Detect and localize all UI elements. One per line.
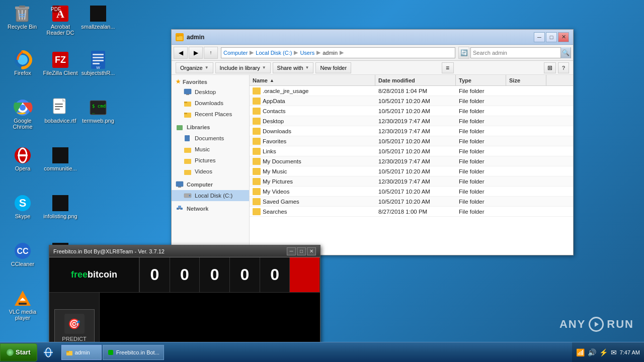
table-row[interactable]: Searches 8/27/2018 1:00 PM File folder — [250, 207, 573, 217]
refresh-button[interactable]: 🔄 — [458, 47, 469, 59]
col-header-date[interactable]: Date modified — [375, 75, 456, 85]
nav-item-recent[interactable]: Recent Places — [172, 109, 249, 120]
col-header-size[interactable]: Size — [506, 75, 546, 85]
table-row[interactable]: .oracle_jre_usage 8/28/2018 1:04 PM File… — [250, 86, 573, 96]
file-list-header: Name ▲ Date modified Type Size — [250, 75, 573, 86]
table-row[interactable]: Favorites 10/5/2017 10:20 AM File folder — [250, 136, 573, 146]
include-library-button[interactable]: Include in library ▼ — [215, 62, 271, 73]
videos-nav-icon — [184, 167, 192, 175]
search-input[interactable] — [471, 48, 560, 58]
network-header[interactable]: Network — [172, 203, 249, 214]
firefox-icon — [13, 50, 33, 70]
infolisting-icon — [50, 193, 70, 213]
systray-message-icon[interactable]: ✉ — [611, 348, 617, 356]
help-button[interactable]: ? — [558, 62, 569, 73]
table-row[interactable]: Contacts 10/5/2017 10:20 AM File folder — [250, 106, 573, 116]
nav-item-pictures[interactable]: Pictures — [172, 155, 249, 166]
desktop-icon-communities[interactable]: communitie... — [40, 143, 80, 173]
desktop-icon-smallzealan[interactable]: smallzealan... — [78, 2, 118, 32]
col-header-type[interactable]: Type — [456, 75, 506, 85]
taskbar-item-bot[interactable]: Freebitco.in Bot... — [103, 345, 164, 360]
desktop-icon-bobadvice[interactable]: bobadvice.rtf — [40, 96, 80, 126]
desktop-icon-filezilla[interactable]: FZ FileZilla Client — [40, 48, 80, 78]
back-button[interactable]: ◀ — [174, 47, 188, 59]
file-name: Searches — [263, 209, 287, 215]
start-button[interactable]: Start — [0, 343, 37, 361]
bot-minimize-button[interactable]: ─ — [287, 247, 296, 255]
table-row[interactable]: My Pictures 12/30/2019 7:47 AM File fold… — [250, 176, 573, 187]
ticker-cell-red — [290, 257, 320, 292]
bot-close-button[interactable]: ✕ — [307, 247, 316, 255]
forward-button[interactable]: ▶ — [189, 47, 203, 59]
nav-item-documents[interactable]: Documents — [172, 133, 249, 144]
desktop-icon-firefox[interactable]: Firefox — [3, 48, 43, 78]
table-row[interactable]: Links 10/5/2017 10:20 AM File folder — [250, 146, 573, 156]
favorites-header[interactable]: ★ Favorites — [172, 77, 249, 86]
desktop-icon-infolisting[interactable]: infolisting.png — [40, 191, 80, 221]
breadcrumb-users[interactable]: Users — [300, 50, 314, 56]
close-button[interactable]: ✕ — [558, 32, 569, 42]
computer-header[interactable]: Computer — [172, 179, 249, 190]
predict-button[interactable]: 🎯 PREDICT — [54, 309, 95, 346]
table-row[interactable]: Downloads 12/30/2019 7:47 AM File folder — [250, 126, 573, 136]
search-go-button[interactable]: 🔍 — [560, 47, 571, 58]
systray-battery-icon[interactable]: ⚡ — [599, 348, 608, 356]
table-row[interactable]: My Music 10/5/2017 10:20 AM File folder — [250, 166, 573, 176]
downloads-nav-icon — [184, 99, 192, 107]
desktop-icon-vlc[interactable]: VLC media player — [3, 287, 43, 323]
desktop-icon-skype[interactable]: S Skype — [3, 191, 43, 221]
view-toggle-button[interactable]: ⊞ — [544, 62, 556, 73]
taskbar-ie-icon[interactable] — [39, 345, 57, 360]
taskbar-right: 📶 🔊 ⚡ ✉ 7:47 AM — [572, 342, 644, 362]
up-button[interactable]: ↑ — [204, 47, 218, 59]
table-row[interactable]: My Documents 12/30/2019 7:47 AM File fol… — [250, 156, 573, 166]
minimize-button[interactable]: ─ — [534, 32, 545, 42]
organize-button[interactable]: Organize ▼ — [176, 62, 213, 73]
nav-item-videos[interactable]: Videos — [172, 166, 249, 177]
recent-nav-icon — [184, 110, 192, 118]
bot-maximize-button[interactable]: □ — [297, 247, 306, 255]
explorer-window: admin ─ □ ✕ ◀ ▶ ↑ Computer ▶ Local Disk … — [171, 29, 574, 255]
table-row[interactable]: Saved Games 10/5/2017 10:20 AM File fold… — [250, 197, 573, 207]
nav-item-desktop[interactable]: Desktop — [172, 86, 249, 98]
taskbar-item-explorer[interactable]: admin — [61, 345, 102, 360]
systray-network-icon[interactable]: 📶 — [576, 348, 585, 356]
new-folder-button[interactable]: New folder — [315, 62, 351, 73]
svg-rect-44 — [184, 89, 191, 94]
desktop-icon-chrome[interactable]: Google Chrome — [3, 96, 43, 132]
chrome-icon — [13, 98, 33, 118]
col-header-name[interactable]: Name ▲ — [250, 75, 375, 85]
share-with-button[interactable]: Share with ▼ — [273, 62, 314, 73]
table-row[interactable]: My Videos 10/5/2017 10:20 AM File folder — [250, 187, 573, 197]
desktop-icon-acrobat[interactable]: A PDF Acrobat Reader DC — [40, 2, 80, 38]
libraries-header[interactable]: Libraries — [172, 122, 249, 133]
nav-item-downloads[interactable]: Downloads — [172, 98, 249, 109]
file-type: File folder — [456, 189, 506, 195]
desktop-icon-subjects[interactable]: W subjectsthR... — [78, 48, 118, 78]
favorites-section: ★ Favorites Desktop Downloads — [172, 77, 249, 120]
table-row[interactable]: Desktop 12/30/2019 7:47 AM File folder — [250, 116, 573, 126]
termweb-icon: $ cmd _ — [88, 98, 108, 118]
desktop-icon-opera[interactable]: Opera — [3, 143, 43, 173]
svg-rect-55 — [176, 182, 183, 187]
table-row[interactable]: AppData 10/5/2017 10:20 AM File folder — [250, 96, 573, 106]
address-bar[interactable]: Computer ▶ Local Disk (C:) ▶ Users ▶ adm… — [221, 47, 455, 58]
breadcrumb-admin: admin — [323, 50, 338, 56]
breadcrumb: Computer ▶ Local Disk (C:) ▶ Users ▶ adm… — [223, 49, 345, 56]
libraries-section: Libraries Documents Music — [172, 122, 249, 177]
nav-item-music[interactable]: Music — [172, 144, 249, 155]
desktop-icon-ccleaner[interactable]: CC CCleaner — [3, 239, 43, 269]
breadcrumb-localdisk[interactable]: Local Disk (C:) — [256, 50, 292, 56]
desktop-icon-recycle-bin[interactable]: Recycle Bin — [2, 2, 42, 32]
breadcrumb-computer[interactable]: Computer — [223, 50, 248, 56]
nav-item-localdisk[interactable]: Local Disk (C:) — [172, 190, 249, 201]
folder-icon — [253, 208, 261, 215]
view-options-button[interactable]: ≡ — [442, 62, 454, 73]
ticker-cell-0: 0 — [140, 257, 170, 292]
file-name-cell: My Videos — [250, 188, 375, 195]
folder-icon — [253, 128, 261, 135]
desktop-icon-termweb[interactable]: $ cmd _ termweb.png — [78, 96, 118, 126]
svg-rect-61 — [178, 209, 181, 209]
maximize-button[interactable]: □ — [546, 32, 557, 42]
systray-volume-icon[interactable]: 🔊 — [588, 348, 596, 356]
